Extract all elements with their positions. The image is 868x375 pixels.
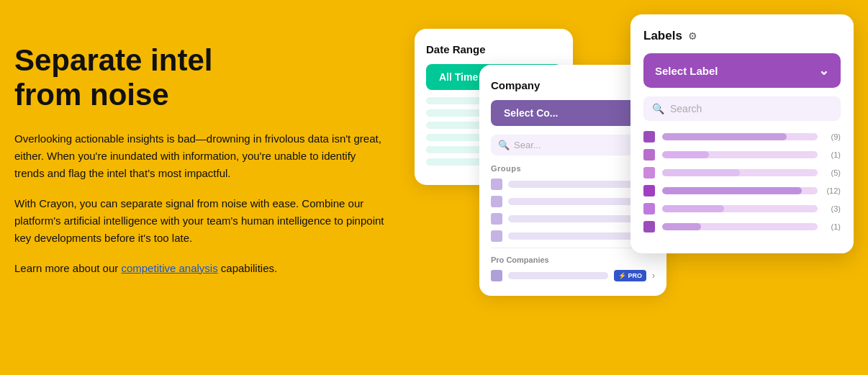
company-checkbox-3[interactable] — [491, 213, 502, 225]
label-row-1: (9) — [643, 131, 841, 143]
pro-section: Pro Companies ⚡ PRO › — [491, 248, 655, 281]
labels-card: Labels ⚙ Select Label ⌄ 🔍 Search (9) (1)… — [630, 14, 854, 253]
body-paragraph-2: With Crayon, you can separate signal fro… — [14, 195, 389, 247]
labels-card-title: Labels — [643, 29, 682, 43]
labels-header: Labels ⚙ — [643, 29, 841, 43]
label-bar-wrap-4 — [662, 187, 818, 194]
label-row-6: (1) — [643, 221, 841, 232]
body-paragraph-1: Overlooking actionable insights is bad—d… — [14, 130, 389, 182]
label-count-6: (1) — [825, 222, 841, 231]
label-count-1: (9) — [825, 132, 841, 141]
label-color-2 — [643, 149, 655, 161]
label-bar-wrap-2 — [662, 151, 818, 158]
labels-search-placeholder: Search — [670, 103, 702, 114]
body-paragraph-3: Learn more about our competitive analysi… — [14, 260, 389, 277]
company-checkbox-2[interactable] — [491, 196, 502, 207]
company-search-icon: 🔍 — [498, 140, 510, 150]
label-count-5: (3) — [825, 204, 841, 213]
label-row-3: (5) — [643, 167, 841, 179]
label-row-5: (3) — [643, 203, 841, 214]
label-bar-wrap-1 — [662, 133, 818, 140]
gear-icon[interactable]: ⚙ — [688, 30, 697, 42]
left-content: Separate intel from noise Overlooking ac… — [14, 43, 389, 290]
label-color-4 — [643, 185, 655, 196]
pro-badge: ⚡ PRO — [614, 270, 646, 281]
label-bar-fill-2 — [662, 151, 709, 158]
label-color-6 — [643, 221, 655, 232]
label-bar-wrap-5 — [662, 205, 818, 212]
select-label-button[interactable]: Select Label ⌄ — [643, 53, 841, 88]
pro-checkbox[interactable] — [491, 270, 502, 281]
labels-search-box[interactable]: 🔍 Search — [643, 96, 841, 121]
company-search-placeholder: Sear... — [514, 140, 541, 150]
chevron-down-icon: ⌄ — [818, 63, 829, 78]
label-row-2: (1) — [643, 149, 841, 161]
labels-search-icon: 🔍 — [652, 103, 664, 114]
pro-arrow-icon: › — [652, 271, 655, 281]
cards-area: Date Range All Time Company Select Co...… — [393, 0, 868, 375]
label-bar-fill-3 — [662, 169, 740, 176]
label-bar-wrap-3 — [662, 169, 818, 176]
pro-companies-label: Pro Companies — [491, 256, 655, 264]
label-count-4: (12) — [825, 186, 841, 195]
select-label-text: Select Label — [655, 65, 718, 77]
label-bar-fill-4 — [662, 187, 802, 194]
date-range-title: Date Range — [426, 43, 561, 55]
headline: Separate intel from noise — [14, 43, 389, 113]
label-color-1 — [643, 131, 655, 143]
label-count-2: (1) — [825, 150, 841, 159]
label-bar-fill-1 — [662, 133, 787, 140]
label-bar-fill-5 — [662, 205, 724, 212]
pro-row: ⚡ PRO › — [491, 270, 655, 281]
company-checkbox-1[interactable] — [491, 179, 502, 190]
pro-bar — [508, 272, 608, 279]
label-bar-wrap-6 — [662, 223, 818, 230]
label-count-3: (5) — [825, 168, 841, 177]
competitive-analysis-link[interactable]: competitive analysis — [121, 262, 217, 274]
label-row-4: (12) — [643, 185, 841, 196]
label-bar-fill-6 — [662, 223, 701, 230]
label-color-3 — [643, 167, 655, 179]
company-checkbox-4[interactable] — [491, 230, 502, 242]
label-color-5 — [643, 203, 655, 214]
